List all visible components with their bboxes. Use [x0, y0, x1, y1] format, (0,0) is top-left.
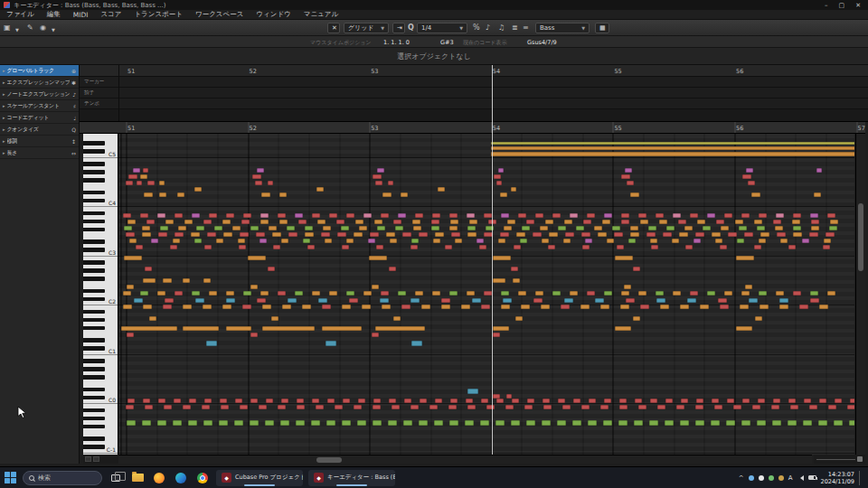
midi-note[interactable]	[395, 226, 403, 230]
midi-note[interactable]	[342, 245, 349, 249]
midi-note[interactable]	[281, 239, 288, 243]
sidebar-item[interactable]: ▸コードエディット♩	[0, 112, 79, 124]
midi-note[interactable]	[511, 187, 516, 192]
midi-note[interactable]	[603, 420, 612, 426]
note-expression-button[interactable]: ✕	[327, 23, 340, 33]
midi-note[interactable]	[754, 220, 762, 224]
midi-note[interactable]	[403, 420, 412, 426]
midi-note[interactable]	[297, 399, 304, 403]
midi-note[interactable]	[431, 220, 439, 224]
midi-note[interactable]	[535, 291, 543, 296]
midi-note[interactable]	[450, 220, 458, 224]
midi-note[interactable]	[707, 213, 715, 218]
midi-note[interactable]	[505, 405, 514, 409]
midi-note[interactable]	[681, 399, 688, 403]
midi-note[interactable]	[303, 239, 310, 243]
midi-note[interactable]	[638, 405, 646, 409]
midi-note[interactable]	[640, 305, 649, 309]
midi-note[interactable]	[742, 174, 751, 179]
horizontal-scroll-thumb[interactable]	[316, 457, 342, 463]
midi-note[interactable]	[633, 316, 640, 321]
midi-note[interactable]	[788, 245, 796, 249]
midi-note[interactable]	[486, 405, 495, 409]
midi-note[interactable]	[232, 226, 241, 230]
midi-note[interactable]	[626, 298, 635, 303]
midi-note[interactable]	[830, 220, 838, 224]
audition-note-icon[interactable]: ♪	[486, 23, 490, 33]
midi-note[interactable]	[191, 232, 200, 237]
midi-note[interactable]	[362, 305, 371, 309]
midi-note[interactable]	[793, 213, 801, 218]
midi-note[interactable]	[522, 226, 530, 230]
midi-note[interactable]	[594, 226, 602, 230]
midi-note[interactable]	[657, 405, 665, 409]
midi-note[interactable]	[133, 168, 140, 173]
tool-dropdown-caret-icon[interactable]: ▼	[15, 25, 19, 34]
midi-note[interactable]	[752, 405, 760, 409]
midi-note[interactable]	[145, 405, 153, 409]
midi-note[interactable]	[173, 420, 182, 426]
midi-note[interactable]	[358, 399, 365, 403]
midi-note[interactable]	[500, 192, 507, 197]
midi-note[interactable]	[438, 187, 445, 192]
midi-note[interactable]	[515, 316, 523, 321]
midi-note[interactable]	[128, 174, 137, 179]
midi-note[interactable]	[504, 226, 512, 230]
midi-note[interactable]	[573, 399, 580, 403]
midi-note[interactable]	[549, 232, 558, 237]
midi-note[interactable]	[420, 399, 427, 403]
midi-note[interactable]	[273, 245, 280, 249]
edge-button[interactable]	[173, 470, 189, 486]
midi-note[interactable]	[779, 305, 788, 309]
midi-note[interactable]	[665, 399, 673, 403]
midi-note[interactable]	[280, 420, 289, 426]
midi-note[interactable]	[137, 181, 142, 185]
midi-note[interactable]	[759, 291, 767, 296]
midi-note[interactable]	[630, 192, 639, 197]
midi-note[interactable]	[143, 305, 152, 309]
midi-note[interactable]	[206, 341, 217, 346]
midi-note[interactable]	[398, 213, 406, 218]
midi-note[interactable]	[834, 420, 843, 426]
midi-note[interactable]	[771, 405, 779, 409]
midi-note[interactable]	[184, 220, 193, 224]
midi-note[interactable]	[380, 298, 389, 303]
midi-note[interactable]	[563, 239, 571, 243]
sidebar-item[interactable]: ▸スケールアシスタント♯	[0, 100, 79, 112]
midi-note[interactable]	[476, 239, 484, 243]
midi-note[interactable]	[222, 305, 231, 309]
midi-note[interactable]	[336, 220, 344, 224]
taskbar-app-key-editor[interactable]: ◆キーエディター : Bass (Bass	[308, 470, 395, 486]
midi-note[interactable]	[226, 213, 234, 218]
midi-note[interactable]	[124, 226, 132, 230]
midi-note[interactable]	[373, 399, 381, 403]
midi-note[interactable]	[349, 298, 358, 303]
midi-note[interactable]	[203, 278, 211, 283]
midi-note[interactable]	[511, 267, 518, 271]
midi-note[interactable]	[491, 146, 854, 150]
midi-note[interactable]	[157, 291, 165, 296]
piano-key-black[interactable]	[83, 239, 105, 244]
midi-note[interactable]	[533, 298, 542, 303]
midi-note[interactable]	[467, 226, 476, 230]
midi-note[interactable]	[259, 239, 267, 243]
midi-note[interactable]	[543, 405, 552, 409]
midi-note[interactable]	[312, 399, 319, 403]
midi-note[interactable]	[638, 291, 646, 296]
piano-key-black[interactable]	[83, 408, 105, 413]
horizontal-scrollbar[interactable]	[83, 455, 812, 464]
midi-note[interactable]	[740, 305, 749, 309]
firefox-button[interactable]	[151, 470, 167, 486]
midi-note[interactable]	[159, 192, 166, 197]
midi-note[interactable]	[288, 298, 297, 303]
midi-note[interactable]	[241, 220, 250, 224]
midi-note[interactable]	[581, 232, 590, 237]
taskbar-clock[interactable]: 14:23:07 2024/11/09	[821, 471, 854, 485]
midi-note[interactable]	[776, 213, 784, 218]
midi-note[interactable]	[720, 245, 727, 249]
midi-note[interactable]	[124, 256, 142, 260]
midi-note[interactable]	[298, 220, 307, 224]
midi-note[interactable]	[316, 405, 324, 409]
midi-note[interactable]	[448, 405, 457, 409]
midi-note[interactable]	[467, 232, 476, 237]
